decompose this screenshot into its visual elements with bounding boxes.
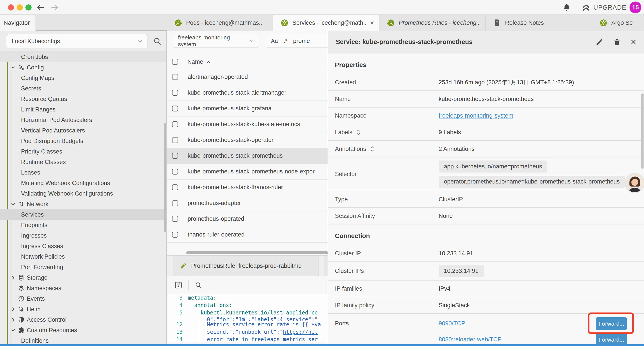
tab-argo-se[interactable]: Argo Se — [592, 15, 644, 31]
chevron-right-icon[interactable] — [10, 274, 18, 281]
row-checkbox[interactable] — [172, 184, 178, 190]
sidebar-item-vertical-pod-autoscalers[interactable]: Vertical Pod Autoscalers — [0, 125, 166, 136]
wrap-guide — [203, 320, 204, 343]
sidebar-item-definitions[interactable]: Definitions — [0, 336, 166, 344]
match-case-toggle[interactable]: Aa — [271, 38, 278, 44]
navigator-tree: Cron JobsConfigConfig MapsSecretsResourc… — [0, 52, 166, 344]
sidebar-search-icon[interactable] — [153, 37, 162, 45]
sidebar-item-horizontal-pod-autoscalers[interactable]: Horizontal Pod Autoscalers — [0, 115, 166, 125]
row-checkbox[interactable] — [172, 169, 178, 175]
drawer-scrollbar[interactable] — [641, 93, 644, 169]
sidebar-item-ingress-classes[interactable]: Ingress Classes — [0, 241, 166, 251]
detail-label: Annotations — [335, 146, 366, 152]
sidebar-item-label: Network — [27, 201, 48, 208]
tab-services-icecheng-math[interactable]: Services - icecheng@math...× — [273, 15, 380, 31]
edit-pencil-icon[interactable] — [596, 38, 604, 46]
back-icon[interactable] — [36, 3, 45, 12]
dock-tab-prometheusrule[interactable]: PrometheusRule: freeleaps-prod-rabbitmq — [173, 256, 318, 276]
chevron-down-icon[interactable] — [10, 201, 18, 207]
sidebar-item-label: Cron Jobs — [21, 54, 48, 60]
sidebar-item-runtime-classes[interactable]: Runtime Classes — [0, 157, 166, 167]
close-icon[interactable]: × — [631, 37, 636, 47]
row-checkbox[interactable] — [172, 74, 178, 80]
detail-label: Session Affinity — [335, 213, 375, 219]
sidebar-item-leases[interactable]: Leases — [0, 167, 166, 178]
sidebar-item-services[interactable]: Services — [0, 209, 166, 220]
sort-toggle-icon[interactable] — [356, 129, 361, 136]
sidebar-item-validating-webhook-configurations[interactable]: Validating Webhook Configurations — [0, 188, 166, 199]
sidebar-item-events[interactable]: Events — [0, 294, 166, 304]
tab-pods-icecheng-mathmas[interactable]: Pods - icecheng@mathmas... — [167, 15, 273, 31]
row-checkbox[interactable] — [172, 216, 178, 222]
row-checkbox[interactable] — [172, 232, 178, 238]
sidebar-item-network-policies[interactable]: Network Policies — [0, 251, 166, 262]
chevron-down-icon[interactable] — [10, 327, 18, 334]
sidebar-item-custom-resources[interactable]: Custom Resources — [0, 325, 166, 336]
detail-label: Name — [335, 96, 351, 102]
notification-count-badge[interactable]: 15 — [630, 1, 641, 13]
sort-toggle-icon[interactable] — [369, 146, 375, 152]
row-checkbox[interactable] — [172, 90, 178, 96]
service-name: kube-prometheus-stack-thanos-ruler — [188, 184, 283, 191]
row-checkbox[interactable] — [172, 121, 178, 127]
name-column-header[interactable]: Name — [188, 58, 203, 65]
search-query-text: prome — [293, 38, 310, 44]
sidebar-item-network[interactable]: Network — [0, 199, 166, 209]
sidebar-item-priority-classes[interactable]: Priority Classes — [0, 146, 166, 157]
service-name: alertmanager-operated — [188, 74, 248, 80]
sidebar-item-config-maps[interactable]: Config Maps — [0, 73, 166, 83]
regex-toggle[interactable]: .* — [284, 38, 287, 44]
row-checkbox[interactable] — [172, 153, 178, 159]
sidebar-item-config[interactable]: Config — [0, 62, 166, 73]
delete-trash-icon[interactable] — [613, 38, 621, 46]
port-link[interactable]: 8080:reloader-web/TCP — [438, 336, 502, 343]
row-checkbox[interactable] — [172, 200, 178, 206]
sidebar-item-resource-quotas[interactable]: Resource Quotas — [0, 94, 166, 104]
sidebar-item-cron-jobs[interactable]: Cron Jobs — [0, 52, 166, 62]
editor-search-icon[interactable] — [195, 281, 202, 289]
traffic-light-zoom-button[interactable] — [26, 4, 32, 10]
traffic-light-close-button[interactable] — [8, 4, 14, 10]
kubernetes-icon — [174, 19, 182, 27]
kubeconfig-selector[interactable]: Local Kubeconfigs — [6, 34, 148, 48]
sidebar-item-endpoints[interactable]: Endpoints — [0, 220, 166, 230]
sidebar-item-storage[interactable]: Storage — [0, 272, 166, 283]
sidebar-item-namespaces[interactable]: Namespaces — [0, 283, 166, 294]
notifications-bell-icon[interactable] — [562, 3, 571, 11]
sidebar-item-ingresses[interactable]: Ingresses — [0, 230, 166, 241]
chevron-down-icon[interactable] — [10, 64, 18, 71]
chevron-spacer — [10, 285, 18, 292]
detail-value: IPv4 — [438, 285, 450, 292]
upgrade-button[interactable]: UPGRADE — [582, 3, 626, 12]
sidebar-item-helm[interactable]: Helm — [0, 304, 166, 315]
forward-button[interactable]: Forward... — [596, 333, 627, 344]
sidebar-item-pod-disruption-budgets[interactable]: Pod Disruption Budgets — [0, 136, 166, 146]
shield-icon — [18, 317, 27, 323]
sort-ascending-icon[interactable] — [206, 59, 211, 65]
sidebar-item-port-forwarding[interactable]: Port Forwarding — [0, 262, 166, 272]
service-name: kube-prometheus-stack-operator — [188, 137, 274, 143]
namespace-link[interactable]: freeleaps-monitoring-system — [438, 112, 513, 119]
save-icon[interactable] — [174, 281, 182, 289]
port-link[interactable]: 9090/TCP — [438, 320, 465, 327]
tab-release-notes[interactable]: Release Notes — [486, 15, 592, 31]
tab-prometheus-rules-icecheng[interactable]: Prometheus Rules - icecheng... — [380, 15, 486, 31]
sidebar-item-limit-ranges[interactable]: Limit Ranges — [0, 104, 166, 115]
sidebar-scrollbar[interactable] — [164, 123, 166, 232]
chevron-right-icon[interactable] — [10, 317, 18, 323]
row-checkbox[interactable] — [172, 137, 178, 143]
forward-icon[interactable] — [50, 3, 59, 12]
namespace-selector[interactable]: freeleaps-monitoring-system — [173, 34, 259, 48]
tab-close-icon[interactable]: × — [370, 19, 374, 26]
table-horizontal-scrollbar[interactable] — [186, 251, 328, 254]
editor-link[interactable]: https://net — [283, 329, 318, 335]
sidebar-item-access-control[interactable]: Access Control — [0, 315, 166, 325]
chevron-right-icon[interactable] — [10, 306, 18, 313]
sidebar-item-mutating-webhook-configurations[interactable]: Mutating Webhook Configurations — [0, 178, 166, 188]
row-checkbox[interactable] — [172, 106, 178, 111]
user-avatar[interactable] — [625, 173, 644, 193]
select-all-checkbox[interactable] — [172, 59, 178, 65]
sidebar-item-label: Endpoints — [21, 222, 47, 229]
sidebar-item-secrets[interactable]: Secrets — [0, 83, 166, 94]
traffic-light-minimize-button[interactable] — [17, 4, 23, 10]
